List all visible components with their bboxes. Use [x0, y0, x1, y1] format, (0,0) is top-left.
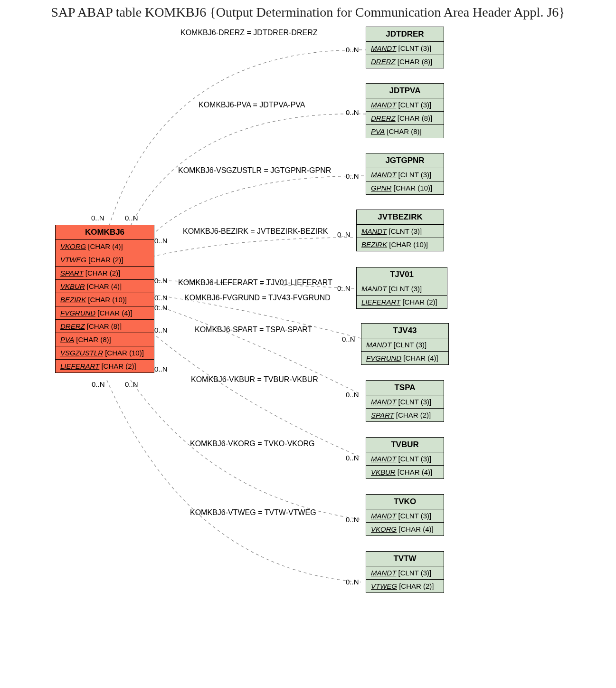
cardinality-label: 0..N: [346, 172, 359, 180]
entity-field: MANDT [CLNT (3)]: [366, 168, 444, 182]
field-type: [CHAR (2)]: [101, 362, 136, 370]
field-name: MANDT: [371, 398, 396, 406]
entity-field: DRERZ [CHAR (8)]: [366, 55, 444, 68]
field-type: [CHAR (4)]: [398, 468, 432, 476]
field-name: VKBUR: [60, 282, 85, 290]
field-type: [CLNT (3)]: [394, 341, 427, 349]
entity-field: DRERZ [CHAR (8)]: [366, 112, 444, 125]
relation-label: KOMKBJ6-VKBUR = TVBUR-VKBUR: [191, 375, 318, 384]
field-type: [CHAR (4)]: [403, 354, 438, 362]
entity-header: TSPA: [366, 381, 444, 395]
entity-field: VTWEG [CHAR (2)]: [56, 253, 154, 267]
field-name: PVA: [60, 335, 74, 344]
field-name: FVGRUND: [60, 309, 95, 317]
entity-header: KOMKBJ6: [56, 225, 154, 240]
entity-header: TJV43: [361, 324, 448, 338]
field-type: [CLNT (3)]: [398, 512, 432, 520]
field-type: [CLNT (3)]: [398, 171, 432, 179]
entity-field: MANDT [CLNT (3)]: [366, 98, 444, 112]
entity-jvtbezirk: JVTBEZIRK MANDT [CLNT (3)] BEZIRK [CHAR …: [356, 210, 444, 251]
field-type: [CHAR (10)]: [88, 296, 127, 304]
cardinality-label: 0..N: [346, 46, 359, 54]
field-type: [CHAR (4)]: [398, 525, 433, 533]
cardinality-label: 0..N: [346, 578, 359, 586]
cardinality-label: 0..N: [154, 326, 168, 334]
field-name: MANDT: [371, 44, 396, 52]
entity-header: TJV01: [357, 268, 447, 282]
field-name: VSGZUSTLR: [60, 349, 103, 357]
field-type: [CHAR (10)]: [394, 184, 433, 192]
field-type: [CHAR (4)]: [97, 309, 132, 317]
cardinality-label: 0..N: [346, 516, 359, 524]
entity-field: BEZIRK [CHAR (10)]: [56, 293, 154, 306]
field-name: MANDT: [371, 569, 396, 577]
field-name: VTWEG: [60, 256, 86, 264]
entity-field: PVA [CHAR (8)]: [56, 333, 154, 346]
cardinality-label: 0..N: [125, 214, 138, 222]
entity-header: JGTGPNR: [366, 153, 444, 168]
field-name: PVA: [371, 127, 385, 135]
entity-header: TVTW: [366, 552, 444, 566]
field-type: [CHAR (2)]: [88, 256, 123, 264]
field-type: [CHAR (10)]: [105, 349, 144, 357]
relation-label: KOMKBJ6-SPART = TSPA-SPART: [195, 325, 312, 334]
entity-tspa: TSPA MANDT [CLNT (3)] SPART [CHAR (2)]: [366, 380, 444, 422]
entity-field: GPNR [CHAR (10)]: [366, 182, 444, 194]
entity-header: JDTDRER: [366, 27, 444, 42]
field-name: BEZIRK: [361, 240, 387, 248]
entity-field: SPART [CHAR (2)]: [56, 267, 154, 280]
field-name: VKORG: [60, 242, 86, 250]
entity-field: MANDT [CLNT (3)]: [357, 225, 444, 238]
entity-field: BEZIRK [CHAR (10)]: [357, 238, 444, 251]
entity-field: VKBUR [CHAR (4)]: [56, 280, 154, 293]
field-name: MANDT: [371, 101, 396, 109]
entity-komkbj6: KOMKBJ6 VKORG [CHAR (4)] VTWEG [CHAR (2)…: [55, 225, 154, 373]
field-name: MANDT: [371, 455, 396, 463]
cardinality-label: 0..N: [92, 380, 105, 388]
field-type: [CLNT (3)]: [389, 285, 422, 293]
field-type: [CHAR (2)]: [85, 269, 120, 277]
field-type: [CLNT (3)]: [398, 569, 432, 577]
field-name: BEZIRK: [60, 296, 86, 304]
field-type: [CHAR (4)]: [88, 242, 123, 250]
cardinality-label: 0..N: [346, 454, 359, 462]
field-name: LIEFERART: [60, 362, 99, 370]
entity-field: VKBUR [CHAR (4)]: [366, 466, 444, 478]
field-name: LIEFERART: [361, 298, 400, 306]
entity-field: VKORG [CHAR (4)]: [56, 240, 154, 253]
field-name: MANDT: [361, 227, 387, 235]
field-name: MANDT: [371, 171, 396, 179]
entity-field: FVGRUND [CHAR (4)]: [56, 306, 154, 320]
entity-field: VTWEG [CHAR (2)]: [366, 580, 444, 592]
entity-tvbur: TVBUR MANDT [CLNT (3)] VKBUR [CHAR (4)]: [366, 437, 444, 479]
cardinality-label: 0..N: [346, 108, 359, 116]
relation-label: KOMKBJ6-VKORG = TVKO-VKORG: [190, 440, 314, 448]
entity-jdtpva: JDTPVA MANDT [CLNT (3)] DRERZ [CHAR (8)]…: [366, 83, 444, 138]
field-type: [CHAR (10)]: [389, 240, 428, 248]
field-type: [CLNT (3)]: [398, 398, 432, 406]
field-type: [CHAR (8)]: [87, 322, 122, 330]
field-name: DRERZ: [60, 322, 85, 330]
field-type: [CLNT (3)]: [398, 101, 432, 109]
entity-field: LIEFERART [CHAR (2)]: [56, 360, 154, 373]
entity-tjv01: TJV01 MANDT [CLNT (3)] LIEFERART [CHAR (…: [356, 267, 447, 309]
entity-field: FVGRUND [CHAR (4)]: [361, 352, 448, 364]
field-type: [CHAR (4)]: [87, 282, 122, 290]
entity-header: JDTPVA: [366, 84, 444, 98]
entity-field: MANDT [CLNT (3)]: [366, 42, 444, 55]
field-type: [CHAR (2)]: [399, 582, 434, 590]
cardinality-label: 0..N: [154, 304, 168, 312]
field-type: [CLNT (3)]: [398, 455, 432, 463]
entity-field: SPART [CHAR (2)]: [366, 409, 444, 421]
field-type: [CHAR (8)]: [398, 57, 432, 66]
relation-label: KOMKBJ6-DRERZ = JDTDRER-DRERZ: [180, 29, 317, 37]
field-name: VTWEG: [371, 582, 397, 590]
field-name: MANDT: [371, 512, 396, 520]
field-name: FVGRUND: [366, 354, 401, 362]
cardinality-label: 0..N: [91, 214, 104, 222]
field-name: SPART: [371, 411, 394, 419]
entity-field: DRERZ [CHAR (8)]: [56, 320, 154, 333]
field-type: [CLNT (3)]: [389, 227, 422, 235]
entity-field: MANDT [CLNT (3)]: [361, 338, 448, 352]
field-type: [CHAR (2)]: [402, 298, 437, 306]
